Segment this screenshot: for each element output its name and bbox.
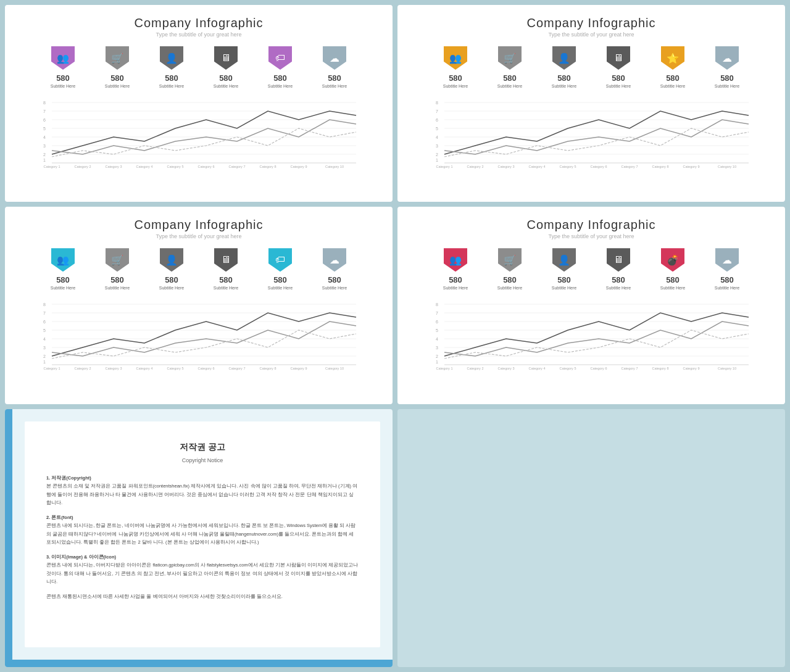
person-icon: 👤 [165,52,178,64]
shield: ⭐ [661,46,684,70]
icon-label: Subtitle Here [552,83,576,89]
icon-number: 580 [503,73,517,83]
star-icon: ⭐ [667,52,679,64]
icon-label: Subtitle Here [660,285,685,291]
copyright-subtitle: Copyright Notice [46,456,359,465]
svg-text:Category 3: Category 3 [498,367,515,370]
slide-4: Company Infographic Type the subtitle of… [397,207,785,404]
icon-label: Subtitle Here [214,285,238,291]
svg-text:4: 4 [43,135,46,139]
copyright-title: 저작권 공고 [46,440,359,455]
people-icon: 👥 [449,254,462,266]
svg-text:Category 6: Category 6 [198,165,215,168]
icon-number: 580 [110,275,124,285]
icon-label: Subtitle Here [322,285,347,291]
slide-2-subtitle: Type the subtitle of your great here [548,31,634,38]
shield-6: ☁ [323,46,346,70]
icon-number: 580 [328,275,341,285]
svg-text:Category 3: Category 3 [106,165,122,168]
cloud-icon: ☁ [330,52,339,64]
slide-2: Company Infographic Type the subtitle of… [397,5,785,202]
slide-1: Company Infographic Type the subtitle of… [5,5,393,202]
icon-item: ☁ 580 Subtitle Here [709,46,746,89]
svg-text:Category 8: Category 8 [260,367,276,370]
cart-icon: 🛒 [111,52,123,64]
icon-label: Subtitle Here [606,83,631,89]
section3-title: 3. 이미지(Image) & 아이콘(Icon) [46,554,116,560]
svg-text:7: 7 [436,311,438,315]
empty-panel [397,409,785,667]
icon-number: 580 [557,275,571,285]
people-icon: 👥 [57,52,69,64]
svg-text:Category 2: Category 2 [467,165,484,168]
shield: 🛒 [498,248,522,272]
section1-body: 본 콘텐츠의 소재 및 저작권은 고품질 파워포인트(contentshean.… [46,483,357,505]
copyright-panel: 저작권 공고 Copyright Notice 1. 저작권(Copyright… [5,409,393,667]
chart-svg: 8 7 6 5 4 3 2 1 Category 1 Categor [20,95,378,169]
svg-text:8: 8 [436,302,438,307]
icon-number: 580 [273,275,287,285]
chart-svg: 8 7 6 5 4 3 2 1 Category 1 Category 2 Ca… [412,95,770,169]
slide-3-title: Company Infographic [134,218,263,232]
svg-text:5: 5 [43,328,46,333]
monitor-icon: 🖥 [613,52,623,64]
slide-3-subtitle: Type the subtitle of your great here [156,233,241,239]
svg-text:Category 8: Category 8 [652,367,669,370]
svg-text:7: 7 [43,311,46,315]
svg-text:8: 8 [43,101,46,105]
icon-label: Subtitle Here [606,285,631,291]
icon-item: 👤 580 Subtitle Here [153,248,190,291]
shield: 🖥 [607,46,630,70]
svg-text:Category 2: Category 2 [467,367,484,370]
tag-icon: 🏷 [275,52,285,64]
icon-label: Subtitle Here [715,83,739,89]
svg-text:Category 8: Category 8 [260,165,276,168]
svg-text:3: 3 [43,144,46,148]
svg-text:Category 5: Category 5 [560,367,576,370]
monitor-icon: 🖥 [221,254,231,265]
svg-text:Category 4: Category 4 [136,165,153,168]
slide-1-title: Company Infographic [134,16,263,30]
people-icon: 👥 [57,254,69,266]
icon-label: Subtitle Here [552,285,576,291]
icon-label: Subtitle Here [497,285,522,291]
icon-number: 580 [56,275,70,285]
slide-1-chart: 8 7 6 5 4 3 2 1 Category 1 Categor [20,95,378,172]
icon-number: 580 [666,73,680,83]
icon-number: 580 [273,73,287,83]
section4-body: 콘텐츠 재통된시면소서에 따른 사세한 사업을 올 베여되어서 아버지와 사세한… [46,594,283,599]
svg-text:Category 10: Category 10 [718,165,736,168]
shield-1: 👥 [51,46,75,70]
svg-text:Category 6: Category 6 [198,367,215,370]
svg-text:Category 4: Category 4 [529,165,546,168]
svg-text:1: 1 [43,360,46,364]
icon-item: ☁ 580 Subtitle Here [709,248,746,291]
icon-label: Subtitle Here [159,285,184,291]
icon-number: 580 [219,73,233,83]
icon-number: 580 [328,73,341,83]
icon-number: 580 [449,73,462,83]
slide-3-chart: 8 7 6 5 4 3 2 1 Category 1 Category 2 Ca… [20,297,378,373]
svg-text:7: 7 [436,109,438,114]
shield: 👤 [160,248,183,272]
svg-text:4: 4 [436,337,438,341]
svg-text:Category 9: Category 9 [683,165,700,168]
tag-icon: 🏷 [275,254,285,265]
icon-item: 🏷 580 Subtitle Here [262,248,299,291]
svg-text:2: 2 [43,152,46,157]
icon-item: 🖥 580 Subtitle Here [207,248,244,291]
icon-label: Subtitle Here [105,83,130,89]
people-icon: 👥 [449,52,462,64]
svg-text:7: 7 [43,109,46,114]
icon-label: Subtitle Here [443,285,468,291]
monitor-icon: 🖥 [221,52,231,64]
shield: 👤 [552,46,576,70]
icon-item: 👥 580 Subtitle Here [44,46,81,89]
icon-label: Subtitle Here [268,83,293,89]
slide-2-title: Company Infographic [526,16,655,30]
svg-text:2: 2 [436,354,438,359]
svg-text:Category 8: Category 8 [652,165,669,168]
svg-text:3: 3 [436,346,438,350]
svg-text:6: 6 [436,118,438,122]
shield: 👥 [444,46,467,70]
